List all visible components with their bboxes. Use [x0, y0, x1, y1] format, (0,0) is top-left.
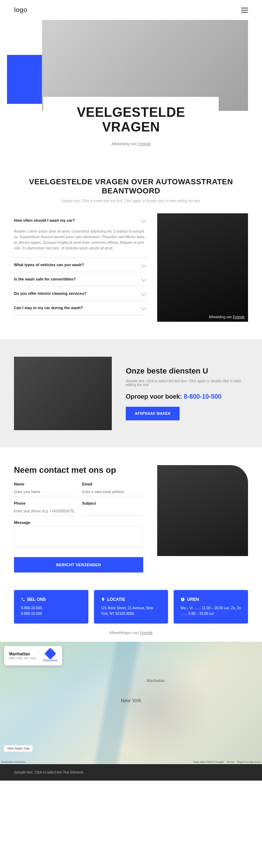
- faq-question[interactable]: Do you offer interior cleaning services?: [14, 286, 147, 300]
- map-data-attribution: Map data ©2024 Google: [193, 760, 224, 763]
- hamburger-menu-icon[interactable]: [241, 8, 248, 13]
- directions-icon: [44, 648, 56, 660]
- page-title: VEELGESTELDE VRAGEN: [57, 105, 205, 135]
- info-card-text: 8-800-10-500, 8-800-10-500: [21, 605, 81, 617]
- credit-link[interactable]: Freepik: [140, 631, 153, 635]
- faq-question[interactable]: What types of vehicles can you wash?: [14, 258, 147, 272]
- faq-question[interactable]: Is the wash safe for convertibles?: [14, 272, 147, 286]
- faq-item: How often should I wash my car? Answer. …: [14, 213, 147, 258]
- faq-section: VEELGESTELDE VRAGEN OVER AUTOWASSTRATEN …: [0, 160, 262, 340]
- services-image: [14, 357, 112, 430]
- map-report-link[interactable]: Report a map error: [237, 760, 261, 763]
- map[interactable]: Manhattan New York, NY, USA Directions M…: [0, 642, 262, 764]
- services-call-line: Oproep voor boek: 8-800-10-500: [126, 393, 248, 400]
- name-label: Name: [14, 482, 75, 486]
- message-textarea[interactable]: [14, 526, 143, 547]
- images-credit: Afbeeldingen van Freepik: [0, 631, 262, 642]
- contact-section: Neem contact met ons op Name Email Phone…: [0, 448, 262, 590]
- map-terms-link[interactable]: Terms: [227, 760, 234, 763]
- faq-question[interactable]: How often should I wash my car?: [14, 213, 147, 227]
- footer-text: Sample text. Click to select the Text El…: [14, 770, 84, 774]
- services-subtext: Sample text. Click to select the text bo…: [126, 379, 248, 387]
- faq-item: Do you offer interior cleaning services?: [14, 286, 147, 301]
- info-card-hours: UREN Ma – Vr …… 11.00 – 20.00 uur, Za, Z…: [174, 590, 248, 624]
- faq-subtext: Sample text. Click to select the text bo…: [14, 199, 248, 203]
- chevron-down-icon: [141, 305, 146, 310]
- email-input[interactable]: [82, 488, 143, 496]
- credit-link[interactable]: Freepik: [233, 315, 245, 319]
- faq-answer: Answer. Lorem ipsum dolor sit amet, cons…: [14, 227, 147, 257]
- contact-title: Neem contact met ons op: [14, 465, 143, 475]
- faq-image-credit: Afbeelding van Freepik: [209, 315, 245, 319]
- hero-image-credit: Afbeelding van Freepik: [14, 142, 248, 146]
- map-directions-button[interactable]: Directions: [43, 649, 57, 662]
- phone-label: Phone: [14, 501, 75, 505]
- chevron-down-icon: [141, 218, 146, 223]
- phone-input[interactable]: [14, 507, 75, 515]
- phone-icon: [21, 597, 25, 602]
- map-label-manhattan: Manhattan: [147, 678, 165, 683]
- faq-item: What types of vehicles can you wash?: [14, 258, 147, 272]
- subject-label: Subject: [82, 501, 143, 505]
- submit-button[interactable]: BERICHT VERZENDEN: [14, 557, 143, 572]
- contact-image: [157, 465, 248, 556]
- message-label: Message: [14, 520, 143, 525]
- email-label: Email: [82, 482, 143, 486]
- info-card-text: 121 Rock Street, 21 Avenue, New York, NY…: [101, 605, 161, 617]
- appointment-button[interactable]: AFSPRAAK MAKEN: [126, 407, 180, 420]
- info-cards: BEL ONS 8-800-10-500, 8-800-10-500 LOCAT…: [0, 590, 262, 631]
- info-card-text: Ma – Vr …… 11.00 – 20.00 uur, Za, Zo …… …: [181, 605, 241, 617]
- map-info-card: Manhattan New York, NY, USA Directions: [4, 646, 62, 666]
- faq-side-image: Afbeelding van Freepik: [157, 213, 248, 322]
- clock-icon: [181, 597, 185, 602]
- map-card-title: Manhattan: [9, 652, 36, 656]
- services-section: Onze beste diensten U Sample text. Click…: [0, 339, 262, 448]
- faq-item: Is the wash safe for convertibles?: [14, 272, 147, 286]
- view-larger-map-link[interactable]: View larger map: [4, 745, 32, 752]
- hero-title-box: VEELGESTELDE VRAGEN: [43, 97, 219, 139]
- faq-accordion: How often should I wash my car? Answer. …: [14, 213, 147, 322]
- services-title: Onze beste diensten U: [126, 367, 248, 376]
- map-card-sub: New York, NY, USA: [9, 656, 36, 660]
- subject-input[interactable]: [82, 507, 143, 515]
- chevron-down-icon: [141, 277, 146, 282]
- footer: Sample text. Click to select the Text El…: [0, 764, 262, 781]
- map-label-newyork: New York: [121, 698, 141, 703]
- faq-heading: VEELGESTELDE VRAGEN OVER AUTOWASSTRATEN …: [14, 177, 248, 196]
- chevron-down-icon: [141, 262, 146, 267]
- chevron-down-icon: [141, 291, 146, 296]
- faq-item: Can I stay in my car during the wash?: [14, 301, 147, 315]
- phone-number[interactable]: 8-800-10-500: [184, 393, 221, 400]
- info-card-location: LOCATIE 121 Rock Street, 21 Avenue, New …: [94, 590, 168, 624]
- map-keyboard-shortcuts[interactable]: Keyboard shortcuts: [1, 760, 26, 763]
- pin-icon: [101, 597, 105, 602]
- name-input[interactable]: [14, 488, 75, 496]
- logo[interactable]: logo: [14, 6, 27, 14]
- info-card-call: BEL ONS 8-800-10-500, 8-800-10-500: [14, 590, 88, 624]
- credit-link[interactable]: Freepik: [138, 142, 151, 146]
- hero-section: VEELGESTELDE VRAGEN Afbeelding van Freep…: [0, 20, 262, 160]
- faq-question[interactable]: Can I stay in my car during the wash?: [14, 301, 147, 315]
